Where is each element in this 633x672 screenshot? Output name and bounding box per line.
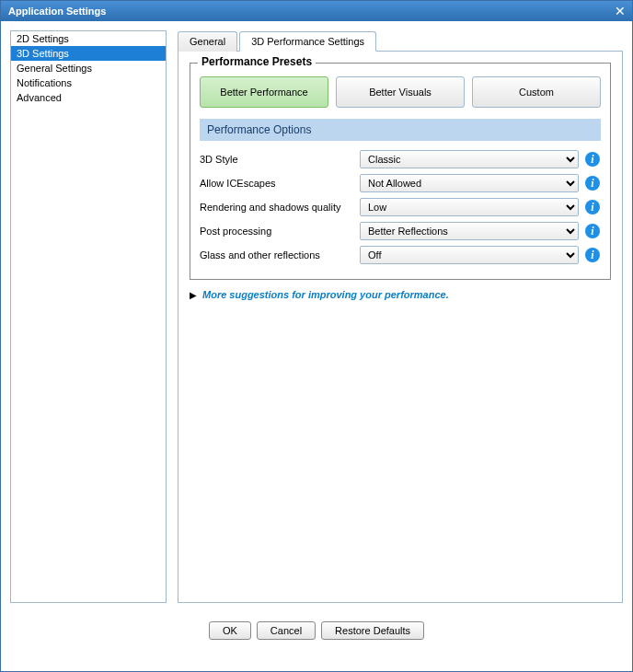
- sidebar-item[interactable]: General Settings: [11, 61, 166, 75]
- option-row: Glass and other reflectionsOffi: [200, 246, 601, 264]
- tab-panel: Performance Presets Better PerformanceBe…: [178, 51, 623, 603]
- close-icon[interactable]: ✕: [612, 4, 628, 18]
- performance-presets-fieldset: Performance Presets Better PerformanceBe…: [190, 63, 611, 280]
- sidebar-item[interactable]: Advanced: [11, 90, 166, 105]
- info-icon[interactable]: i: [584, 175, 601, 191]
- option-select[interactable]: Better Reflections: [360, 222, 579, 240]
- suggestions-text: More suggestions for improving your perf…: [202, 289, 449, 300]
- option-label: Post processing: [200, 226, 354, 237]
- expand-arrow-icon: ▶: [190, 290, 197, 300]
- tab[interactable]: 3D Performance Settings: [239, 31, 376, 52]
- option-select[interactable]: Off: [360, 246, 579, 264]
- option-select[interactable]: Not Allowed: [360, 174, 579, 192]
- preset-button[interactable]: Better Visuals: [336, 76, 465, 108]
- option-select[interactable]: Classic: [360, 150, 579, 168]
- preset-buttons-row: Better PerformanceBetter VisualsCustom: [200, 76, 601, 108]
- main-area: 2D Settings3D SettingsGeneral SettingsNo…: [1, 21, 632, 612]
- option-row: Post processingBetter Reflectionsi: [200, 222, 601, 240]
- ok-button[interactable]: OK: [209, 621, 251, 640]
- preset-button[interactable]: Better Performance: [200, 76, 328, 108]
- tab[interactable]: General: [178, 31, 237, 52]
- preset-button[interactable]: Custom: [472, 76, 601, 108]
- info-icon[interactable]: i: [584, 223, 601, 239]
- options-list: 3D StyleClassiciAllow ICEscapesNot Allow…: [200, 150, 601, 264]
- info-icon[interactable]: i: [584, 151, 601, 168]
- cancel-button[interactable]: Cancel: [257, 621, 316, 640]
- option-label: Allow ICEscapes: [200, 178, 354, 189]
- option-row: Rendering and shadows qualityLowi: [200, 198, 601, 216]
- dialog-button-bar: OK Cancel Restore Defaults: [1, 612, 632, 653]
- option-label: Glass and other reflections: [200, 249, 354, 261]
- settings-sidebar: 2D Settings3D SettingsGeneral SettingsNo…: [10, 30, 167, 603]
- presets-legend: Performance Presets: [198, 55, 316, 68]
- window-title: Application Settings: [8, 6, 106, 17]
- sidebar-item[interactable]: 2D Settings: [11, 31, 166, 46]
- more-suggestions-link[interactable]: ▶ More suggestions for improving your pe…: [190, 289, 611, 300]
- titlebar: Application Settings ✕: [1, 1, 632, 21]
- content-panel: General3D Performance Settings Performan…: [178, 30, 623, 603]
- restore-defaults-button[interactable]: Restore Defaults: [321, 621, 424, 640]
- option-label: Rendering and shadows quality: [200, 202, 354, 213]
- info-icon[interactable]: i: [584, 247, 601, 263]
- option-select[interactable]: Low: [360, 198, 579, 216]
- option-label: 3D Style: [200, 154, 354, 165]
- sidebar-item[interactable]: Notifications: [11, 75, 166, 90]
- option-row: 3D StyleClassici: [200, 150, 601, 168]
- tab-strip: General3D Performance Settings: [178, 30, 623, 51]
- option-row: Allow ICEscapesNot Allowedi: [200, 174, 601, 192]
- sidebar-item[interactable]: 3D Settings: [11, 46, 166, 61]
- options-header: Performance Options: [200, 119, 601, 141]
- info-icon[interactable]: i: [584, 199, 601, 215]
